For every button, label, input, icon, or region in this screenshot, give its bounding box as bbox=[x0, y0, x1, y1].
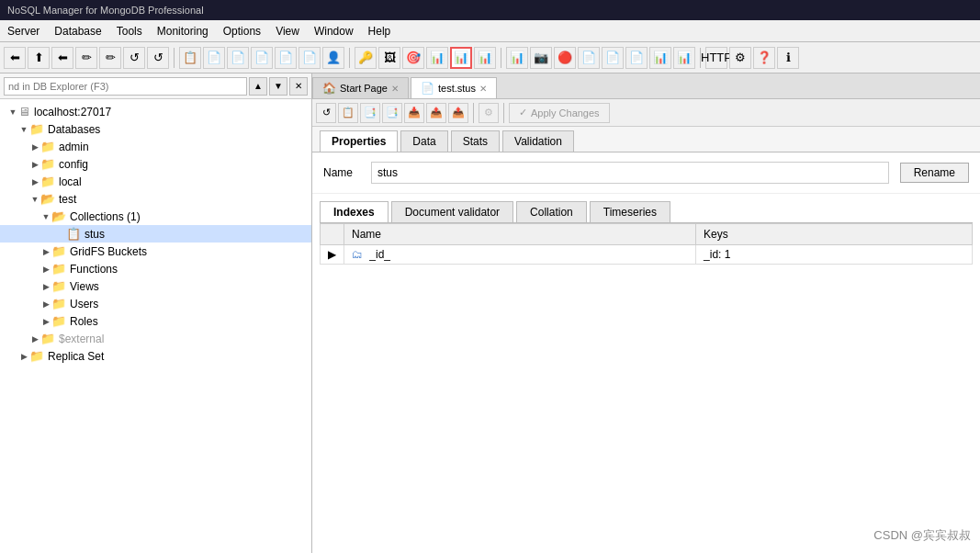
toggle-icon: ▶ bbox=[29, 142, 40, 152]
tree-views-node[interactable]: ▶ 📁 Views bbox=[0, 277, 311, 295]
tree-replicaset-node[interactable]: ▶ 📁 Replica Set bbox=[0, 347, 311, 365]
test-label: test bbox=[59, 193, 76, 206]
toolbar-btn-4[interactable]: ✏ bbox=[99, 47, 121, 69]
menu-item-options[interactable]: Options bbox=[216, 22, 268, 40]
tree-stus-node[interactable]: 📋 stus bbox=[0, 225, 311, 243]
toolbar-btn-5[interactable]: ↺ bbox=[123, 47, 145, 69]
tab-document-validator[interactable]: Document validator bbox=[391, 201, 513, 222]
nav-close-button[interactable]: ✕ bbox=[289, 77, 308, 96]
menu-item-window[interactable]: Window bbox=[307, 22, 361, 40]
refresh-button[interactable]: ↺ bbox=[316, 103, 336, 123]
toolbar-btn-19[interactable]: 📊 bbox=[474, 47, 496, 69]
toolbar-separator-20 bbox=[501, 48, 501, 68]
users-icon: 📁 bbox=[51, 297, 66, 310]
toolbar-btn-28[interactable]: HTTP bbox=[705, 47, 727, 69]
toolbar-btn-31[interactable]: ℹ bbox=[777, 47, 799, 69]
row-expand[interactable]: ▶ bbox=[321, 245, 344, 265]
toggle-icon: ▶ bbox=[29, 160, 40, 169]
tab-validation[interactable]: Validation bbox=[502, 130, 574, 152]
toolbar-btn-24[interactable]: 📄 bbox=[602, 47, 624, 69]
settings-button[interactable]: ⚙ bbox=[479, 103, 499, 123]
tree-admin-node[interactable]: ▶ 📁 admin bbox=[0, 138, 311, 155]
toolbar-btn-21[interactable]: 📷 bbox=[530, 47, 552, 69]
tab-indexes[interactable]: Indexes bbox=[320, 201, 389, 222]
toolbar-btn-6[interactable]: ↺ bbox=[147, 47, 169, 69]
toolbar-btn-16[interactable]: 🎯 bbox=[402, 47, 424, 69]
nav-up-button[interactable]: ▲ bbox=[249, 77, 267, 96]
tab-properties[interactable]: Properties bbox=[320, 130, 398, 152]
toolbar-btn-0[interactable]: ⬅ bbox=[4, 47, 26, 69]
tree-gridfs-node[interactable]: ▶ 📁 GridFS Buckets bbox=[0, 243, 311, 260]
nav-down-button[interactable]: ▼ bbox=[269, 77, 287, 96]
close-start-tab-button[interactable]: ✕ bbox=[391, 84, 399, 94]
import-button[interactable]: 📥 bbox=[404, 103, 424, 123]
tab-data[interactable]: Data bbox=[400, 130, 447, 152]
toolbar-btn-1[interactable]: ⬆ bbox=[28, 47, 50, 69]
toolbar-btn-29[interactable]: ⚙ bbox=[729, 47, 751, 69]
toolbar-btn-27[interactable]: 📊 bbox=[673, 47, 695, 69]
menu-item-help[interactable]: Help bbox=[361, 22, 399, 40]
tree-databases-node[interactable]: ▼ 📁 Databases bbox=[0, 120, 311, 138]
index-tabs: Indexes Document validator Collation Tim… bbox=[320, 201, 973, 223]
tree-external-node[interactable]: ▶ 📁 $external bbox=[0, 330, 311, 347]
local-label: local bbox=[59, 175, 82, 188]
toolbar-btn-25[interactable]: 📄 bbox=[625, 47, 648, 69]
expand-icon: ▶ bbox=[328, 248, 336, 261]
export-button[interactable]: 📤 bbox=[426, 103, 446, 123]
paste-button[interactable]: 📑 bbox=[360, 103, 380, 123]
tree-collections-node[interactable]: ▼ 📂 Collections (1) bbox=[0, 208, 311, 225]
toolbar-btn-20[interactable]: 📊 bbox=[506, 47, 528, 69]
toolbar-btn-14[interactable]: 🔑 bbox=[355, 47, 377, 69]
menu-item-database[interactable]: Database bbox=[47, 22, 108, 40]
toggle-icon: ▶ bbox=[29, 177, 40, 186]
menu-item-server[interactable]: Server bbox=[0, 22, 47, 40]
toolbar-btn-17[interactable]: 📊 bbox=[426, 47, 448, 69]
toolbar-btn-2[interactable]: ⬅ bbox=[51, 47, 73, 69]
index-row[interactable]: ▶ 🗂 _id_ _id: 1 bbox=[321, 245, 973, 265]
toolbar-btn-15[interactable]: 🖼 bbox=[378, 47, 400, 69]
toolbar-btn-8[interactable]: 📄 bbox=[203, 47, 225, 69]
toolbar-btn-13[interactable]: 👤 bbox=[322, 47, 344, 69]
tab-start-page[interactable]: 🏠 Start Page ✕ bbox=[312, 77, 409, 98]
menu-bar: ServerDatabaseToolsMonitoringOptionsView… bbox=[0, 20, 980, 42]
collections-icon: 📂 bbox=[51, 209, 66, 223]
name-input[interactable] bbox=[371, 162, 889, 184]
toolbar-btn-30[interactable]: ❓ bbox=[753, 47, 775, 69]
menu-item-tools[interactable]: Tools bbox=[109, 22, 150, 40]
tree-server-node[interactable]: ▼ 🖥 localhost:27017 bbox=[0, 103, 311, 120]
toolbar-btn-12[interactable]: 📄 bbox=[299, 47, 321, 69]
toolbar-btn-10[interactable]: 📄 bbox=[251, 47, 273, 69]
tab-test-stus[interactable]: 📄 test.stus ✕ bbox=[411, 77, 497, 98]
views-label: Views bbox=[70, 280, 99, 293]
rename-button[interactable]: Rename bbox=[900, 163, 969, 183]
tab-collation[interactable]: Collation bbox=[516, 201, 587, 222]
toolbar-btn-7[interactable]: 📋 bbox=[179, 47, 201, 69]
tree-test-node[interactable]: ▼ 📂 test bbox=[0, 190, 311, 208]
start-page-icon: 🏠 bbox=[322, 82, 336, 95]
tree-config-node[interactable]: ▶ 📁 config bbox=[0, 155, 311, 173]
toolbar-btn-18[interactable]: 📊 bbox=[450, 47, 472, 69]
search-input[interactable] bbox=[4, 77, 247, 96]
toolbar-btn-23[interactable]: 📄 bbox=[578, 47, 600, 69]
toolbar-btn-22[interactable]: 🔴 bbox=[554, 47, 576, 69]
tree-local-node[interactable]: ▶ 📁 local bbox=[0, 173, 311, 190]
tab-stats[interactable]: Stats bbox=[451, 130, 500, 152]
toggle-icon: ▶ bbox=[40, 282, 51, 291]
tree-roles-node[interactable]: ▶ 📁 Roles bbox=[0, 312, 311, 330]
duplicate-button[interactable]: 📑 bbox=[382, 103, 402, 123]
toolbar-btn-9[interactable]: 📄 bbox=[227, 47, 249, 69]
toolbar-btn-11[interactable]: 📄 bbox=[275, 47, 297, 69]
tab-timeseries[interactable]: Timeseries bbox=[590, 201, 670, 222]
toolbar-btn-3[interactable]: ✏ bbox=[75, 47, 97, 69]
tree-functions-node[interactable]: ▶ 📁 Functions bbox=[0, 260, 311, 277]
copy-button[interactable]: 📋 bbox=[338, 103, 358, 123]
menu-item-view[interactable]: View bbox=[268, 22, 307, 40]
menu-item-monitoring[interactable]: Monitoring bbox=[150, 22, 216, 40]
close-stus-tab-button[interactable]: ✕ bbox=[479, 84, 487, 94]
toggle-icon: ▶ bbox=[18, 352, 29, 361]
export2-button[interactable]: 📤 bbox=[448, 103, 468, 123]
search-bar: ▲ ▼ ✕ bbox=[0, 73, 311, 99]
tree-users-node[interactable]: ▶ 📁 Users bbox=[0, 295, 311, 312]
roles-label: Roles bbox=[70, 315, 98, 328]
toolbar-btn-26[interactable]: 📊 bbox=[649, 47, 671, 69]
